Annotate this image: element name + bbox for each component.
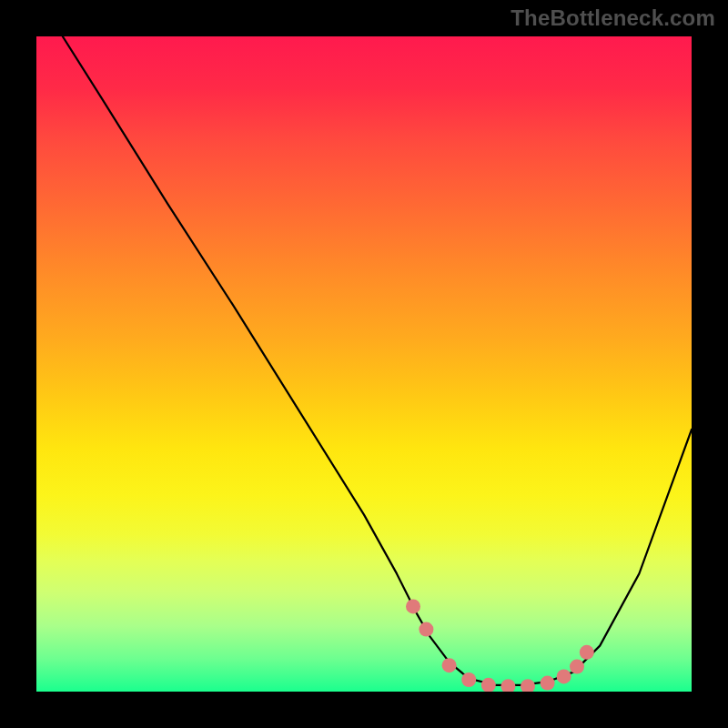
marker-dot [557, 669, 571, 683]
marker-dot [481, 678, 496, 692]
bottleneck-curve [63, 36, 692, 685]
marker-dot [570, 660, 584, 674]
marker-dot [461, 672, 476, 687]
marker-dot [406, 599, 420, 613]
watermark-text: TheBottleneck.com [511, 5, 715, 31]
marker-dot [521, 679, 535, 692]
marker-dot [442, 658, 457, 672]
marker-group [406, 599, 594, 692]
curve-svg [36, 36, 692, 692]
marker-dot [541, 676, 555, 691]
marker-dot [419, 622, 433, 637]
marker-dot [500, 679, 515, 692]
marker-dot [580, 645, 594, 660]
chart-frame: TheBottleneck.com [0, 0, 728, 728]
